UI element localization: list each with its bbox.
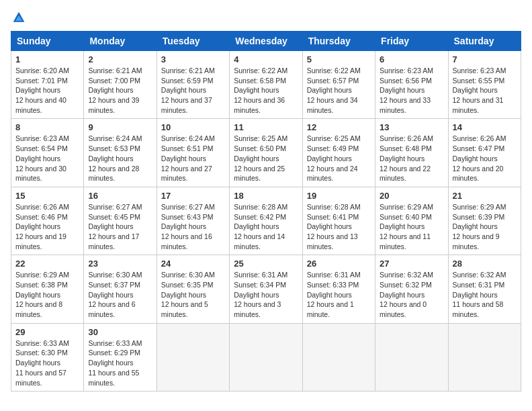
day-number: 2 <box>88 54 152 64</box>
calendar-week-row: 29Sunrise: 6:33 AMSunset: 6:30 PMDayligh… <box>11 323 521 391</box>
day-number: 6 <box>380 54 443 64</box>
day-info: Sunrise: 6:20 AMSunset: 7:01 PMDaylight … <box>15 66 79 115</box>
day-info: Sunrise: 6:22 AMSunset: 6:58 PMDaylight … <box>234 66 298 115</box>
calendar-day-cell: 26Sunrise: 6:31 AMSunset: 6:33 PMDayligh… <box>302 255 375 323</box>
day-number: 13 <box>380 122 443 132</box>
calendar-day-cell <box>302 323 375 391</box>
calendar-day-cell: 24Sunrise: 6:30 AMSunset: 6:35 PMDayligh… <box>157 255 229 323</box>
day-number: 1 <box>15 54 79 64</box>
calendar-day-cell: 29Sunrise: 6:33 AMSunset: 6:30 PMDayligh… <box>11 323 84 391</box>
day-info: Sunrise: 6:32 AMSunset: 6:31 PMDaylight … <box>453 270 517 319</box>
day-number: 27 <box>380 259 443 269</box>
day-number: 14 <box>453 122 517 132</box>
calendar-day-header: Saturday <box>448 32 521 51</box>
day-info: Sunrise: 6:27 AMSunset: 6:45 PMDaylight … <box>88 202 152 251</box>
calendar-day-header: Friday <box>375 32 448 51</box>
calendar-day-cell <box>230 323 302 391</box>
calendar-day-cell: 16Sunrise: 6:27 AMSunset: 6:45 PMDayligh… <box>84 187 157 255</box>
calendar-day-cell: 4Sunrise: 6:22 AMSunset: 6:58 PMDaylight… <box>230 51 302 119</box>
calendar-day-cell: 18Sunrise: 6:28 AMSunset: 6:42 PMDayligh… <box>230 187 302 255</box>
day-number: 30 <box>88 327 152 337</box>
calendar-week-row: 15Sunrise: 6:26 AMSunset: 6:46 PMDayligh… <box>11 187 521 255</box>
day-number: 23 <box>88 259 152 269</box>
calendar-day-header: Tuesday <box>157 32 229 51</box>
day-number: 18 <box>234 191 298 201</box>
calendar-day-cell: 11Sunrise: 6:25 AMSunset: 6:50 PMDayligh… <box>230 119 302 187</box>
day-number: 22 <box>15 259 79 269</box>
day-number: 5 <box>307 54 371 64</box>
day-number: 10 <box>161 122 225 132</box>
page-header <box>11 11 521 24</box>
day-info: Sunrise: 6:28 AMSunset: 6:41 PMDaylight … <box>307 202 371 251</box>
day-info: Sunrise: 6:26 AMSunset: 6:48 PMDaylight … <box>380 134 443 183</box>
calendar-header-row: SundayMondayTuesdayWednesdayThursdayFrid… <box>11 32 521 51</box>
day-info: Sunrise: 6:24 AMSunset: 6:51 PMDaylight … <box>161 134 225 183</box>
calendar-day-cell: 8Sunrise: 6:23 AMSunset: 6:54 PMDaylight… <box>11 119 84 187</box>
day-number: 29 <box>15 327 79 337</box>
day-info: Sunrise: 6:32 AMSunset: 6:32 PMDaylight … <box>380 270 443 319</box>
calendar-day-cell: 22Sunrise: 6:29 AMSunset: 6:38 PMDayligh… <box>11 255 84 323</box>
calendar-day-cell: 23Sunrise: 6:30 AMSunset: 6:37 PMDayligh… <box>84 255 157 323</box>
calendar-day-cell: 30Sunrise: 6:33 AMSunset: 6:29 PMDayligh… <box>84 323 157 391</box>
calendar-day-cell: 28Sunrise: 6:32 AMSunset: 6:31 PMDayligh… <box>448 255 521 323</box>
calendar-day-cell: 5Sunrise: 6:22 AMSunset: 6:57 PMDaylight… <box>302 51 375 119</box>
day-number: 17 <box>161 191 225 201</box>
calendar-day-cell: 17Sunrise: 6:27 AMSunset: 6:43 PMDayligh… <box>157 187 229 255</box>
day-info: Sunrise: 6:28 AMSunset: 6:42 PMDaylight … <box>234 202 298 251</box>
calendar-day-cell <box>375 323 448 391</box>
day-info: Sunrise: 6:27 AMSunset: 6:43 PMDaylight … <box>161 202 225 251</box>
day-number: 12 <box>307 122 371 132</box>
day-info: Sunrise: 6:29 AMSunset: 6:39 PMDaylight … <box>453 202 517 251</box>
day-number: 4 <box>234 54 298 64</box>
calendar-day-cell: 12Sunrise: 6:25 AMSunset: 6:49 PMDayligh… <box>302 119 375 187</box>
calendar-day-cell: 19Sunrise: 6:28 AMSunset: 6:41 PMDayligh… <box>302 187 375 255</box>
day-info: Sunrise: 6:30 AMSunset: 6:37 PMDaylight … <box>88 270 152 319</box>
day-number: 9 <box>88 122 152 132</box>
calendar-day-header: Wednesday <box>230 32 302 51</box>
day-info: Sunrise: 6:23 AMSunset: 6:56 PMDaylight … <box>380 66 443 115</box>
day-number: 16 <box>88 191 152 201</box>
day-number: 25 <box>234 259 298 269</box>
day-info: Sunrise: 6:25 AMSunset: 6:50 PMDaylight … <box>234 134 298 183</box>
calendar-day-cell: 25Sunrise: 6:31 AMSunset: 6:34 PMDayligh… <box>230 255 302 323</box>
calendar-day-header: Thursday <box>302 32 375 51</box>
day-number: 3 <box>161 54 225 64</box>
calendar-table: SundayMondayTuesdayWednesdayThursdayFrid… <box>11 31 521 392</box>
logo <box>11 11 26 24</box>
calendar-day-cell: 6Sunrise: 6:23 AMSunset: 6:56 PMDaylight… <box>375 51 448 119</box>
calendar-day-cell: 15Sunrise: 6:26 AMSunset: 6:46 PMDayligh… <box>11 187 84 255</box>
calendar-day-header: Monday <box>84 32 157 51</box>
calendar-day-cell: 3Sunrise: 6:21 AMSunset: 6:59 PMDaylight… <box>157 51 229 119</box>
day-number: 15 <box>15 191 79 201</box>
calendar-day-cell: 9Sunrise: 6:24 AMSunset: 6:53 PMDaylight… <box>84 119 157 187</box>
calendar-week-row: 22Sunrise: 6:29 AMSunset: 6:38 PMDayligh… <box>11 255 521 323</box>
day-info: Sunrise: 6:21 AMSunset: 7:00 PMDaylight … <box>88 66 152 115</box>
day-info: Sunrise: 6:33 AMSunset: 6:30 PMDaylight … <box>15 338 79 387</box>
day-info: Sunrise: 6:29 AMSunset: 6:38 PMDaylight … <box>15 270 79 319</box>
calendar-day-cell <box>448 323 521 391</box>
day-info: Sunrise: 6:22 AMSunset: 6:57 PMDaylight … <box>307 66 371 115</box>
day-info: Sunrise: 6:30 AMSunset: 6:35 PMDaylight … <box>161 270 225 319</box>
calendar-day-cell: 20Sunrise: 6:29 AMSunset: 6:40 PMDayligh… <box>375 187 448 255</box>
day-number: 26 <box>307 259 371 269</box>
calendar-day-cell: 7Sunrise: 6:23 AMSunset: 6:55 PMDaylight… <box>448 51 521 119</box>
day-number: 20 <box>380 191 443 201</box>
day-info: Sunrise: 6:31 AMSunset: 6:33 PMDaylight … <box>307 270 371 319</box>
calendar-day-cell: 21Sunrise: 6:29 AMSunset: 6:39 PMDayligh… <box>448 187 521 255</box>
day-info: Sunrise: 6:23 AMSunset: 6:54 PMDaylight … <box>15 134 79 183</box>
day-number: 11 <box>234 122 298 132</box>
calendar-day-cell <box>157 323 229 391</box>
day-info: Sunrise: 6:26 AMSunset: 6:47 PMDaylight … <box>453 134 517 183</box>
calendar-day-cell: 13Sunrise: 6:26 AMSunset: 6:48 PMDayligh… <box>375 119 448 187</box>
calendar-day-header: Sunday <box>11 32 84 51</box>
calendar-week-row: 1Sunrise: 6:20 AMSunset: 7:01 PMDaylight… <box>11 51 521 119</box>
calendar-day-cell: 10Sunrise: 6:24 AMSunset: 6:51 PMDayligh… <box>157 119 229 187</box>
calendar-day-cell: 2Sunrise: 6:21 AMSunset: 7:00 PMDaylight… <box>84 51 157 119</box>
day-number: 7 <box>453 54 517 64</box>
calendar-day-cell: 1Sunrise: 6:20 AMSunset: 7:01 PMDaylight… <box>11 51 84 119</box>
day-info: Sunrise: 6:24 AMSunset: 6:53 PMDaylight … <box>88 134 152 183</box>
day-number: 21 <box>453 191 517 201</box>
day-number: 8 <box>15 122 79 132</box>
day-info: Sunrise: 6:31 AMSunset: 6:34 PMDaylight … <box>234 270 298 319</box>
day-number: 19 <box>307 191 371 201</box>
